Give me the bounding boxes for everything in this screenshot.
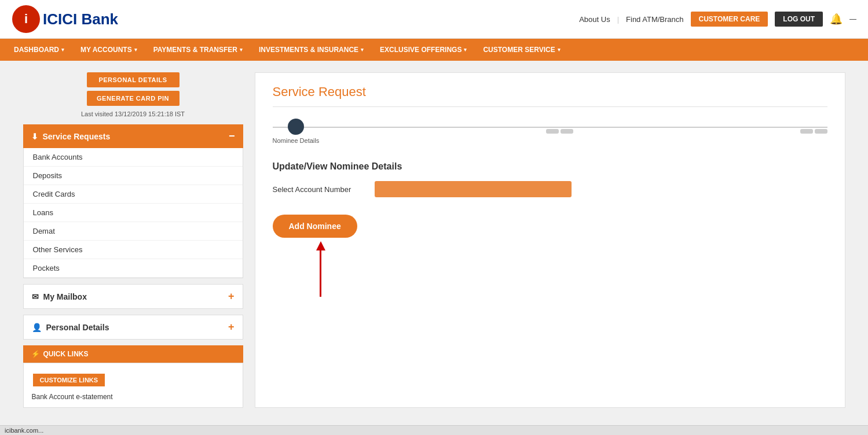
nav-payments-arrow: ▾ bbox=[240, 47, 243, 53]
arrow-annotation bbox=[284, 241, 357, 297]
main-nav: DASHBOARD ▾ MY ACCOUNTS ▾ PAYMENTS & TRA… bbox=[0, 39, 868, 61]
nav-exclusive[interactable]: EXCLUSIVE OFFERINGS ▾ bbox=[372, 39, 475, 61]
arrow-line bbox=[320, 250, 321, 297]
add-nominee-container: Add Nominee bbox=[273, 209, 357, 297]
sidebar-item-other-services[interactable]: Other Services bbox=[24, 241, 243, 259]
step-2-dots bbox=[546, 129, 573, 134]
nav-payments[interactable]: PAYMENTS & TRANSFER ▾ bbox=[145, 39, 251, 61]
sidebar-item-demat[interactable]: Demat bbox=[24, 222, 243, 241]
page-title: Service Request bbox=[273, 84, 827, 107]
customize-links-button[interactable]: CUSTOMIZE LINKS bbox=[32, 373, 107, 388]
quick-links-header: ⚡ QUICK LINKS bbox=[23, 345, 243, 363]
stepper-step-1: Nominee Details bbox=[273, 119, 320, 144]
personal-details-button[interactable]: PERSONAL DETAILS bbox=[87, 72, 180, 87]
expand-personal-icon: + bbox=[228, 321, 235, 333]
select-account-label: Select Account Number bbox=[273, 185, 365, 194]
service-requests-section[interactable]: ⬇ Service Requests − bbox=[23, 124, 243, 148]
sidebar-item-deposits[interactable]: Deposits bbox=[24, 167, 243, 185]
sidebar-top-buttons: PERSONAL DETAILS GENERATE CARD PIN bbox=[23, 72, 243, 106]
nav-accounts-arrow: ▾ bbox=[134, 47, 137, 53]
quick-link-bank-statement[interactable]: Bank Account e-statement bbox=[32, 391, 235, 403]
sidebar-item-pockets[interactable]: Pockets bbox=[24, 259, 243, 278]
service-requests-title: ⬇ Service Requests bbox=[31, 132, 111, 141]
person-icon: 👤 bbox=[32, 323, 42, 332]
stepper-step-2 bbox=[546, 129, 573, 134]
step-3-dots bbox=[800, 129, 827, 134]
sidebar-menu: Bank Accounts Deposits Credit Cards Loan… bbox=[23, 148, 243, 278]
find-atm-link[interactable]: Find ATM/Branch bbox=[626, 15, 683, 24]
notification-badge: — bbox=[849, 15, 856, 23]
stepper-line bbox=[273, 127, 827, 128]
nav-dashboard[interactable]: DASHBOARD ▾ bbox=[6, 39, 72, 61]
my-mailbox-section[interactable]: ✉ My Mailbox + bbox=[23, 284, 243, 309]
top-nav-right: About Us | Find ATM/Branch CUSTOMER CARE… bbox=[579, 12, 856, 27]
sidebar-item-bank-accounts[interactable]: Bank Accounts bbox=[24, 148, 243, 167]
generate-card-pin-button[interactable]: GENERATE CARD PIN bbox=[87, 91, 180, 106]
last-visited-text: Last visited 13/12/2019 15:21:18 IST bbox=[23, 110, 243, 117]
top-header: i ICICI Bank About Us | Find ATM/Branch … bbox=[0, 0, 868, 39]
nav-customer-service-arrow: ▾ bbox=[558, 47, 561, 53]
icici-logo-icon: i bbox=[12, 5, 41, 34]
notification-bell-icon[interactable]: 🔔 bbox=[830, 13, 843, 25]
collapse-icon: − bbox=[229, 130, 235, 142]
arrow-head bbox=[316, 241, 325, 250]
sidebar-item-credit-cards[interactable]: Credit Cards bbox=[24, 185, 243, 204]
account-number-row: Select Account Number bbox=[273, 181, 827, 197]
main-content: Service Request Nominee Details bbox=[255, 72, 845, 408]
lightning-icon: ⚡ bbox=[31, 350, 40, 358]
add-nominee-button[interactable]: Add Nominee bbox=[273, 215, 357, 238]
customer-care-button[interactable]: CUSTOMER CARE bbox=[691, 12, 768, 27]
stepper-step-3 bbox=[800, 129, 827, 134]
stepper: Nominee Details bbox=[273, 119, 827, 144]
account-number-redacted bbox=[375, 181, 572, 197]
mailbox-icon: ✉ bbox=[32, 292, 39, 301]
stepper-label-1: Nominee Details bbox=[273, 137, 320, 144]
sidebar: PERSONAL DETAILS GENERATE CARD PIN Last … bbox=[23, 72, 243, 408]
nav-customer-service[interactable]: CUSTOMER SERVICE ▾ bbox=[475, 39, 568, 61]
quick-links-body: CUSTOMIZE LINKS Bank Account e-statement bbox=[23, 363, 243, 408]
form-title: Update/View Nominee Details bbox=[273, 161, 827, 172]
sidebar-item-loans[interactable]: Loans bbox=[24, 204, 243, 222]
stepper-dot-1 bbox=[288, 119, 304, 135]
logout-button[interactable]: LOG OUT bbox=[775, 12, 823, 27]
nav-exclusive-arrow: ▾ bbox=[464, 47, 467, 53]
content-wrapper: PERSONAL DETAILS GENERATE CARD PIN Last … bbox=[12, 61, 857, 419]
logo-area: i ICICI Bank bbox=[12, 5, 118, 34]
my-mailbox-title: ✉ My Mailbox bbox=[32, 292, 87, 301]
svg-text:i: i bbox=[24, 12, 28, 26]
personal-details-section[interactable]: 👤 Personal Details + bbox=[23, 315, 243, 340]
nav-my-accounts[interactable]: MY ACCOUNTS ▾ bbox=[72, 39, 145, 61]
quick-links-title: ⚡ QUICK LINKS bbox=[31, 350, 89, 358]
about-us-link[interactable]: About Us bbox=[579, 15, 610, 24]
nav-investments[interactable]: INVESTMENTS & INSURANCE ▾ bbox=[251, 39, 372, 61]
expand-mailbox-icon: + bbox=[228, 290, 235, 303]
nav-investments-arrow: ▾ bbox=[361, 47, 364, 53]
nav-dashboard-arrow: ▾ bbox=[61, 47, 64, 53]
logo-text: ICICI Bank bbox=[43, 10, 118, 28]
personal-details-title: 👤 Personal Details bbox=[32, 323, 109, 332]
download-icon: ⬇ bbox=[31, 132, 38, 141]
